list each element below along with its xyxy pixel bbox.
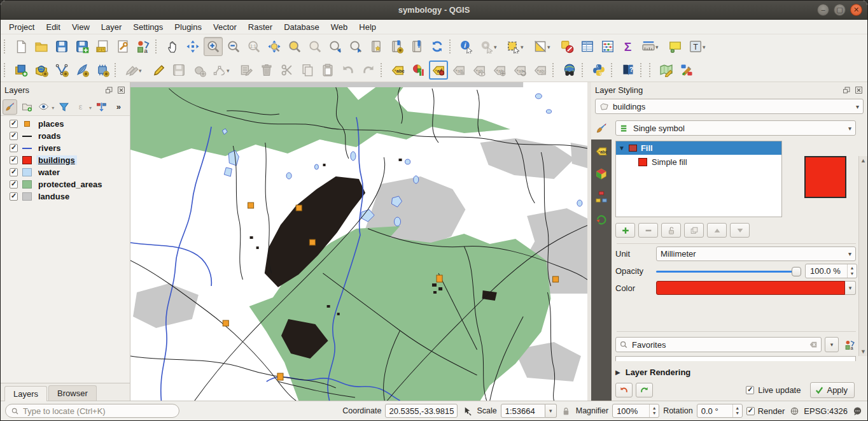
magnifier-spinbox[interactable]: 100% ▲▼	[612, 404, 659, 418]
opacity-slider[interactable]	[656, 266, 801, 277]
opacity-slider-handle[interactable]	[792, 267, 801, 276]
menu-raster[interactable]: Raster	[242, 21, 278, 33]
layer-item-buildings[interactable]: buildings	[1, 154, 130, 166]
map-canvas[interactable]	[130, 82, 591, 401]
menu-layer[interactable]: Layer	[95, 21, 128, 33]
rotation-spinbox[interactable]: 0.0 ° ▲▼	[697, 404, 743, 418]
symbol-search-input[interactable]	[632, 340, 805, 350]
map-tips-button[interactable]	[666, 37, 685, 56]
spinner-arrows[interactable]: ▲▼	[649, 404, 659, 417]
dropdown-arrow-icon[interactable]: ▾	[703, 44, 709, 50]
style-manager-button[interactable]: a	[134, 37, 153, 56]
new-shapefile-layer-button[interactable]	[52, 61, 71, 80]
dropdown-arrow-icon[interactable]: ▾	[655, 44, 662, 50]
messages-icon[interactable]	[851, 405, 863, 417]
metasearch-button[interactable]	[560, 61, 579, 80]
chevron-down-icon[interactable]: ▾	[545, 404, 557, 418]
move-up-button[interactable]	[707, 223, 727, 238]
select-by-value-button[interactable]: ▾	[531, 37, 550, 56]
layer-item-roads[interactable]: roads	[1, 130, 130, 142]
project-save-as-button[interactable]	[73, 37, 92, 56]
new-virtual-layer-button[interactable]	[93, 61, 112, 80]
new-geopackage-layer-button[interactable]	[32, 61, 51, 80]
panel-tab-browser[interactable]: Browser	[48, 385, 97, 401]
open-field-calculator-button[interactable]	[598, 37, 617, 56]
zoom-full-button[interactable]	[265, 37, 284, 56]
layer-visibility-checkbox[interactable]	[10, 168, 18, 176]
measure-button[interactable]: ▾	[639, 37, 658, 56]
symbol-tree[interactable]: ▼ Fill Simple fill	[615, 141, 782, 217]
zoom-out-button[interactable]	[224, 37, 243, 56]
select-features-button[interactable]: ▾	[504, 37, 523, 56]
styling-panel-close-button[interactable]	[854, 85, 864, 95]
layer-selector[interactable]: buildings ▾	[595, 99, 864, 114]
panel-tab-layers[interactable]: Layers	[4, 386, 47, 401]
menu-vector[interactable]: Vector	[207, 21, 242, 33]
new-spatialite-layer-button[interactable]	[73, 61, 92, 80]
layer-item-places[interactable]: places	[1, 118, 130, 130]
layer-item-water[interactable]: water	[1, 166, 130, 178]
locator-input[interactable]	[23, 406, 150, 416]
menu-project[interactable]: Project	[3, 21, 40, 33]
layer-rendering-expander[interactable]: ▶ Layer Rendering	[615, 367, 857, 377]
dropdown-arrow-icon[interactable]: ▾	[494, 44, 500, 50]
panel-scrollbar[interactable]: ▲ ▼	[858, 156, 867, 356]
duplicate-symbol-layer-button[interactable]	[684, 223, 704, 238]
labels-tab[interactable]: abc	[591, 139, 612, 162]
styling-panel-float-button[interactable]	[842, 85, 851, 95]
open-layer-styling-panel-button[interactable]	[3, 99, 17, 115]
processing-toolbox-button[interactable]	[677, 61, 696, 80]
favorites-dropdown[interactable]: ▾	[825, 337, 839, 352]
help-contents-button[interactable]: ?	[619, 61, 638, 80]
dropdown-arrow-icon[interactable]: ▾	[52, 105, 54, 111]
layers-panel-close-button[interactable]	[116, 85, 126, 95]
symbol-search-box[interactable]	[615, 337, 822, 352]
spinner-arrows[interactable]: ▲▼	[847, 264, 857, 278]
render-checkbox[interactable]: Render	[746, 406, 785, 416]
project-save-button[interactable]	[52, 37, 71, 56]
panel-overflow-button[interactable]: »	[111, 99, 126, 115]
checkbox[interactable]	[746, 386, 754, 394]
text-annotation-button[interactable]: T▾	[686, 37, 705, 56]
diagrams-tab[interactable]	[591, 185, 612, 208]
coordinate-box[interactable]: 20.5355,-33.9815	[385, 404, 458, 418]
redo-style-button[interactable]	[636, 383, 653, 397]
dropdown-arrow-icon[interactable]: ▾	[89, 105, 92, 111]
clear-icon[interactable]	[809, 340, 818, 349]
statistical-summary-button[interactable]: Σ	[619, 37, 638, 56]
lock-color-button[interactable]	[661, 223, 681, 238]
data-source-manager-button[interactable]	[11, 61, 31, 80]
menu-help[interactable]: Help	[353, 21, 382, 33]
apply-button[interactable]: Apply	[810, 382, 855, 398]
toggle-editing-button[interactable]	[149, 61, 168, 80]
opacity-spinbox[interactable]: 100.0 % ▲▼	[805, 264, 857, 278]
layer-visibility-checkbox[interactable]	[10, 156, 18, 164]
layers-panel-float-button[interactable]	[104, 85, 114, 95]
layer-diagram-options-button[interactable]	[409, 61, 428, 80]
tree-expander-icon[interactable]: ▼	[619, 145, 625, 152]
run-feature-action-button[interactable]: ▾	[477, 37, 496, 56]
filter-legend-button[interactable]	[57, 99, 71, 115]
locator-box[interactable]	[5, 404, 179, 418]
project-new-button[interactable]	[11, 37, 31, 56]
cursor-extent-icon[interactable]	[461, 405, 473, 417]
menu-database[interactable]: Database	[278, 21, 325, 33]
zoom-to-layer-button[interactable]	[305, 37, 325, 56]
symbol-tree-fill-row[interactable]: ▼ Fill	[616, 141, 781, 155]
unit-selector[interactable]: Millimeter ▾	[656, 246, 856, 261]
move-down-button[interactable]	[730, 223, 750, 238]
menu-settings[interactable]: Settings	[127, 21, 169, 33]
identify-features-button[interactable]: i	[457, 37, 476, 56]
color-dropdown[interactable]: ▾	[845, 281, 856, 295]
symbol-list[interactable]	[615, 356, 856, 361]
menu-plugins[interactable]: Plugins	[169, 21, 207, 33]
show-spatial-bookmarks-button[interactable]	[387, 37, 406, 56]
add-group-button[interactable]	[19, 99, 34, 115]
layer-labeling-options-button[interactable]: abc	[388, 61, 407, 80]
layer-visibility-checkbox[interactable]	[10, 192, 18, 201]
live-update-checkbox[interactable]: Live update	[746, 385, 801, 395]
zoom-in-button[interactable]	[204, 37, 223, 56]
symbol-tree-simple-fill-row[interactable]: Simple fill	[616, 155, 781, 169]
highlight-pinned-labels-button[interactable]: ab	[429, 61, 448, 80]
scale-combobox[interactable]: 1:53664 ▾	[501, 404, 557, 418]
